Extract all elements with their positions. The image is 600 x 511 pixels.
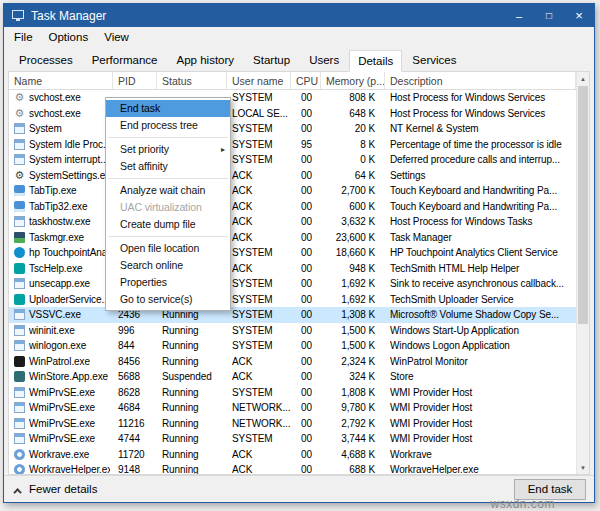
process-name-label: WinStore.App.exe <box>29 371 108 382</box>
tab-users[interactable]: Users <box>300 50 348 71</box>
process-status: Running <box>157 387 227 398</box>
column-header-status[interactable]: Status <box>157 72 227 89</box>
process-memory: 2,792 K <box>321 418 385 429</box>
scroll-down-icon[interactable]: ▼ <box>577 461 589 474</box>
process-name-wrap: WmiPrvSE.exe <box>14 433 110 444</box>
process-cpu: 00 <box>291 340 321 351</box>
process-row[interactable]: TscHelp.exeACK00948 KTechSmith HTML Help… <box>9 261 576 277</box>
process-name-cell: WorkraveHelper.exe <box>9 464 113 474</box>
process-row[interactable]: System Idle Proc...SYSTEM958 KPercentage… <box>9 137 576 153</box>
process-cpu: 00 <box>291 201 321 212</box>
column-header-cpu[interactable]: CPU <box>291 72 321 89</box>
maximize-button[interactable]: □ <box>534 4 564 27</box>
column-header-pid[interactable]: PID <box>113 72 157 89</box>
menubar: FileOptionsView <box>4 27 594 46</box>
process-row[interactable]: hp TouchpointAna...SYSTEM0018,660 KHP To… <box>9 245 576 261</box>
menu-separator <box>108 137 228 138</box>
process-description: WinPatrol Monitor <box>385 356 576 367</box>
process-status: Running <box>157 356 227 367</box>
process-status: Running <box>157 340 227 351</box>
tab-services[interactable]: Services <box>403 50 465 71</box>
context-menu-item-properties[interactable]: Properties <box>106 274 230 291</box>
titlebar[interactable]: Task Manager – □ × <box>4 4 594 27</box>
taskmgr-icon <box>14 232 25 243</box>
gear-icon: ⚙ <box>14 92 25 103</box>
process-cpu: 00 <box>291 433 321 444</box>
process-row[interactable]: wininit.exe996RunningSYSTEM001,500 KWind… <box>9 323 576 339</box>
process-memory: 2,700 K <box>321 185 385 196</box>
fewer-details-label: Fewer details <box>29 483 97 495</box>
process-row[interactable]: unsecapp.exeSYSTEM001,692 KSink to recei… <box>9 276 576 292</box>
process-row[interactable]: WmiPrvSE.exe11216RunningNETWORK...002,79… <box>9 416 576 432</box>
process-row[interactable]: WinStore.App.exe5688SuspendedACK00324 KS… <box>9 369 576 385</box>
context-menu-item-create-dump-file[interactable]: Create dump file <box>106 216 230 233</box>
context-menu-item-search-online[interactable]: Search online <box>106 257 230 274</box>
minimize-button[interactable]: – <box>504 4 534 27</box>
process-row[interactable]: WmiPrvSE.exe8628RunningSYSTEM001,808 KWM… <box>9 385 576 401</box>
process-cpu: 00 <box>291 170 321 181</box>
tab-details[interactable]: Details <box>349 50 402 72</box>
column-header-name[interactable]: Name <box>9 72 113 89</box>
tab-performance[interactable]: Performance <box>83 50 167 71</box>
tab-startup[interactable]: Startup <box>244 50 299 71</box>
process-description: Settings <box>385 170 576 181</box>
process-name-label: VSSVC.exe <box>29 309 81 320</box>
process-cpu: 00 <box>291 418 321 429</box>
context-menu-item-open-file-location[interactable]: Open file location <box>106 240 230 257</box>
process-name-wrap: ⚙svchost.exe <box>14 92 110 103</box>
menubar-item-options[interactable]: Options <box>41 29 97 45</box>
window-icon <box>14 387 25 398</box>
process-row[interactable]: TabTip32.exeACK00600 KTouch Keyboard and… <box>9 199 576 215</box>
close-button[interactable]: × <box>564 4 594 27</box>
process-description: WMI Provider Host <box>385 433 576 444</box>
process-user: SYSTEM <box>227 309 291 320</box>
process-row[interactable]: SystemSYSTEM0020 KNT Kernel & System <box>9 121 576 137</box>
column-header-desc[interactable]: Description <box>385 72 576 89</box>
process-cpu: 00 <box>291 371 321 382</box>
process-user: ACK <box>227 464 291 474</box>
context-menu-item-set-priority[interactable]: Set priority▸ <box>106 141 230 158</box>
process-row[interactable]: ⚙SystemSettings.e...ACK0064 KSettings <box>9 168 576 184</box>
process-row[interactable]: UploaderService...SYSTEM001,692 KTechSmi… <box>9 292 576 308</box>
process-row[interactable]: System interrupt...SYSTEM000 KDeferred p… <box>9 152 576 168</box>
menubar-item-view[interactable]: View <box>96 29 137 45</box>
column-header-memory[interactable]: Memory (p... <box>321 72 385 89</box>
process-row[interactable]: Workrave.exe11720RunningACK004,688 KWork… <box>9 447 576 463</box>
process-description: Workrave <box>385 449 576 460</box>
process-name-cell: WmiPrvSE.exe <box>9 402 113 413</box>
column-header-user[interactable]: User name <box>227 72 291 89</box>
context-menu-item-uac-virtualization[interactable]: UAC virtualization <box>106 199 230 216</box>
scroll-up-icon[interactable]: ▲ <box>577 72 589 85</box>
process-row[interactable]: WmiPrvSE.exe4684RunningNETWORK...009,780… <box>9 400 576 416</box>
process-name-label: svchost.exe <box>29 92 81 103</box>
menubar-item-file[interactable]: File <box>6 29 41 45</box>
process-description: Percentage of time the processor is idle <box>385 139 576 150</box>
context-menu-item-end-process-tree[interactable]: End process tree <box>106 117 230 134</box>
context-menu-item-set-affinity[interactable]: Set affinity <box>106 158 230 175</box>
process-row[interactable]: VSSVC.exe2436RunningSYSTEM001,308 KMicro… <box>9 307 576 323</box>
process-row[interactable]: ⚙svchost.exeLOCAL SE...00648 KHost Proce… <box>9 106 576 122</box>
settings-gear-icon: ⚙ <box>14 170 25 181</box>
process-table-body: ⚙svchost.exeSYSTEM00808 KHost Process fo… <box>9 90 589 474</box>
process-name-cell: ⚙svchost.exe <box>9 92 113 103</box>
tab-processes[interactable]: Processes <box>10 50 82 71</box>
process-row[interactable]: ⚙svchost.exeSYSTEM00808 KHost Process fo… <box>9 90 576 106</box>
vertical-scrollbar[interactable]: ▲ ▼ <box>576 72 589 474</box>
context-menu-item-end-task[interactable]: End task <box>106 100 230 117</box>
process-row[interactable]: WorkraveHelper.exe9148RunningACK00688 KW… <box>9 462 576 474</box>
process-row[interactable]: Taskmgr.exeACK0023,600 KTask Manager <box>9 230 576 246</box>
process-name-cell: winlogon.exe <box>9 340 113 351</box>
process-row[interactable]: winlogon.exe844RunningSYSTEM001,500 KWin… <box>9 338 576 354</box>
process-description: Sink to receive asynchronous callback... <box>385 278 576 289</box>
context-menu-item-analyze-wait-chain[interactable]: Analyze wait chain <box>106 182 230 199</box>
tab-app-history[interactable]: App history <box>168 50 244 71</box>
process-row[interactable]: WmiPrvSE.exe4744RunningSYSTEM003,744 KWM… <box>9 431 576 447</box>
process-description: Touch Keyboard and Handwriting Pa... <box>385 185 576 196</box>
process-cpu: 00 <box>291 247 321 258</box>
scrollbar-thumb[interactable] <box>578 86 588 324</box>
fewer-details-button[interactable]: Fewer details <box>12 481 101 497</box>
context-menu-item-go-to-service-s[interactable]: Go to service(s) <box>106 291 230 308</box>
process-row[interactable]: taskhostw.exeACK003,632 KHost Process fo… <box>9 214 576 230</box>
process-row[interactable]: WinPatrol.exe8456RunningACK002,324 KWinP… <box>9 354 576 370</box>
process-row[interactable]: TabTip.exeACK002,700 KTouch Keyboard and… <box>9 183 576 199</box>
